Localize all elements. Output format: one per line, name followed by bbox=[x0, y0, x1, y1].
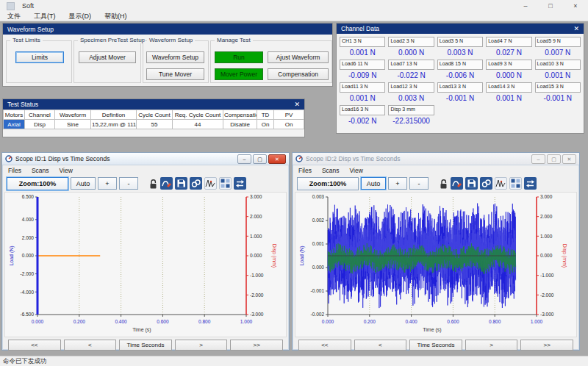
channel-value: -22.315000 bbox=[388, 115, 434, 126]
channel-value: 0.003 N bbox=[388, 93, 434, 103]
nav-back-button[interactable]: < bbox=[64, 340, 117, 351]
svg-text:0.600: 0.600 bbox=[157, 319, 169, 324]
minimize-button[interactable]: – bbox=[513, 0, 538, 12]
scope-close-button[interactable]: ✕ bbox=[268, 154, 286, 164]
channel-value: -0.001 N bbox=[437, 93, 483, 103]
grid-layout-icon[interactable] bbox=[219, 177, 232, 190]
swap-axes-icon[interactable] bbox=[234, 177, 246, 190]
ajust-waveform-button[interactable]: Ajust Waveform bbox=[268, 51, 329, 63]
channel-data-panel: Channel Data ✕ CH1 3 N0.001 NLoad2 3 N0.… bbox=[336, 23, 584, 134]
scope-menu-view[interactable]: View bbox=[350, 167, 363, 174]
limits-button[interactable]: Limits bbox=[15, 51, 64, 63]
auto-scale-button[interactable]: Auto bbox=[71, 177, 96, 190]
channel-name-box: Load11 3 N bbox=[340, 82, 385, 93]
scope-menu-scans[interactable]: Scans bbox=[322, 167, 340, 174]
svg-text:-1.000: -1.000 bbox=[540, 273, 554, 278]
menu-file[interactable]: 文件 bbox=[7, 12, 21, 21]
adjust-mover-button[interactable]: Adjust Mover bbox=[79, 51, 136, 63]
edit-curve-icon[interactable] bbox=[451, 177, 463, 190]
scope-menu-scans[interactable]: Scans bbox=[32, 167, 49, 174]
nav-fast-back-button[interactable]: << bbox=[298, 340, 351, 351]
gears-icon[interactable] bbox=[480, 177, 492, 190]
scope-icon bbox=[5, 152, 12, 165]
scope-maximize-button[interactable]: ▢ bbox=[253, 154, 267, 164]
channel-cell: Load10 3 N0.001 N bbox=[535, 60, 581, 80]
unlock-icon[interactable] bbox=[439, 178, 448, 190]
channel-name-box: Load10 3 N bbox=[535, 60, 581, 70]
zoom-in-button[interactable]: + bbox=[388, 177, 407, 190]
close-icon[interactable]: ✕ bbox=[294, 101, 300, 108]
scope-menu-files[interactable]: Files bbox=[8, 167, 21, 174]
svg-text:-6.500: -6.500 bbox=[21, 312, 35, 317]
channel-value: 0.027 N bbox=[486, 47, 531, 57]
menu-tools[interactable]: 工具(T) bbox=[34, 12, 56, 21]
channel-cell: Load11 3 N0.001 N bbox=[340, 82, 385, 103]
motors-cell[interactable]: Axial bbox=[4, 120, 25, 129]
menu-display[interactable]: 显示(D) bbox=[69, 12, 92, 21]
scope-window-2: Scope ID:2 Disp vs Time Seconds – ▢ ✕ Fi… bbox=[292, 152, 580, 351]
nav-forward-button[interactable]: > bbox=[465, 340, 518, 351]
channel-cell: Load16 3 N-0.002 N bbox=[340, 105, 385, 126]
save-icon[interactable] bbox=[175, 177, 187, 190]
nav-fast-forward-button[interactable]: >> bbox=[520, 340, 573, 351]
zoom-in-button[interactable]: + bbox=[98, 177, 117, 190]
nav-fast-back-button[interactable]: << bbox=[8, 340, 61, 351]
scope-menu-files[interactable]: Files bbox=[298, 167, 312, 174]
channel-name-box: Load9 3 N bbox=[486, 60, 531, 70]
menu-help[interactable]: 帮助(H) bbox=[104, 12, 127, 21]
channel-grid: CH1 3 N0.001 NLoad2 3 N0.000 NLoad3 5 N0… bbox=[337, 34, 584, 129]
swap-axes-icon[interactable] bbox=[524, 177, 537, 190]
channel-value: -0.002 N bbox=[340, 115, 385, 126]
channel-cell: Load7 13 N-0.022 N bbox=[388, 60, 434, 80]
channel-name-box: Load6 11 N bbox=[340, 60, 385, 70]
mover-power-button[interactable]: Mover Power bbox=[215, 68, 263, 80]
compensation-button[interactable]: Compensation bbox=[268, 68, 329, 80]
svg-text:0.003: 0.003 bbox=[312, 194, 325, 199]
channel-cell: Load4 7 N0.027 N bbox=[486, 37, 531, 57]
scope-icon bbox=[295, 152, 303, 165]
close-button[interactable]: × bbox=[563, 0, 588, 12]
scope-menu-view[interactable]: View bbox=[60, 167, 73, 174]
run-button[interactable]: Run bbox=[215, 51, 263, 63]
scope1-nav: << < Time Seconds > >> bbox=[2, 337, 289, 351]
group-specimen-pretest: Specimen PreTest Setup Adjust Mover bbox=[74, 40, 141, 83]
channel-name-box: Load4 7 N bbox=[486, 37, 531, 47]
auto-scale-button[interactable]: Auto bbox=[361, 177, 386, 190]
channel-data-header: Channel Data ✕ bbox=[337, 24, 584, 34]
svg-text:-2.000: -2.000 bbox=[250, 293, 264, 298]
signal-icon[interactable] bbox=[204, 177, 217, 190]
zoom-level-button[interactable]: Zoom:100% bbox=[297, 177, 359, 190]
channel-cell: Load13 3 N-0.001 N bbox=[437, 82, 483, 103]
scope-close-button[interactable]: ✕ bbox=[562, 154, 576, 164]
zoom-out-button[interactable]: - bbox=[119, 177, 138, 190]
test-status-table: Motors Channel Waveform Defintion Cycle … bbox=[3, 110, 304, 129]
svg-text:Disp (mm): Disp (mm) bbox=[562, 244, 567, 268]
nav-fast-forward-button[interactable]: >> bbox=[230, 340, 283, 351]
svg-text:0.000: 0.000 bbox=[32, 319, 44, 324]
scope2-chart: 0.0030.0020.0010.000-0.001-0.0023.0002.0… bbox=[295, 192, 577, 337]
close-icon[interactable]: ✕ bbox=[573, 25, 579, 32]
save-icon[interactable] bbox=[465, 177, 478, 190]
nav-domain-button[interactable]: Time Seconds bbox=[409, 340, 462, 351]
tune-mover-button[interactable]: Tune Mover bbox=[146, 68, 204, 80]
nav-forward-button[interactable]: > bbox=[175, 340, 228, 351]
channel-value: 0.001 N bbox=[535, 70, 581, 80]
grid-layout-icon[interactable] bbox=[509, 177, 522, 190]
svg-text:1.000: 1.000 bbox=[240, 319, 253, 324]
svg-text:-1.000: -1.000 bbox=[250, 273, 264, 278]
zoom-level-button[interactable]: Zoom:100% bbox=[7, 177, 68, 190]
scope-maximize-button[interactable]: ▢ bbox=[547, 154, 561, 164]
signal-icon[interactable] bbox=[495, 177, 507, 190]
unlock-icon[interactable] bbox=[148, 178, 158, 190]
maximize-button[interactable]: □ bbox=[538, 0, 563, 12]
zoom-out-button[interactable]: - bbox=[409, 177, 429, 190]
scope-minimize-button[interactable]: – bbox=[531, 154, 545, 164]
waveform-setup-button[interactable]: Waveform Setup bbox=[146, 51, 204, 63]
svg-text:0.800: 0.800 bbox=[489, 319, 501, 324]
gears-icon[interactable] bbox=[190, 177, 202, 190]
channel-name-box: Load12 3 N bbox=[388, 82, 434, 93]
nav-domain-button[interactable]: Time Seconds bbox=[119, 340, 172, 351]
scope-minimize-button[interactable]: – bbox=[237, 154, 251, 164]
edit-curve-icon[interactable] bbox=[160, 177, 173, 190]
nav-back-button[interactable]: < bbox=[354, 340, 407, 351]
